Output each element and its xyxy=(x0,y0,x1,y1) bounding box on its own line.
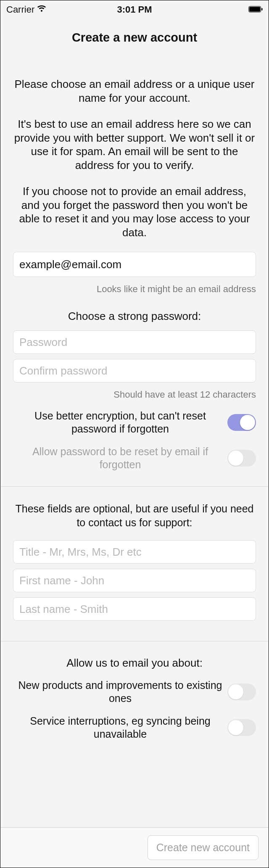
toggle-knob xyxy=(228,684,243,699)
toggle-knob xyxy=(240,415,255,430)
allow-reset-row: Allow password to be reset by email if f… xyxy=(13,445,256,472)
wifi-icon xyxy=(37,4,46,15)
battery-icon xyxy=(248,4,263,15)
title-input[interactable] xyxy=(13,540,256,564)
svg-rect-2 xyxy=(261,8,262,11)
new-products-label: New products and improvements to existin… xyxy=(13,679,227,705)
service-toggle[interactable] xyxy=(227,719,256,736)
email-input[interactable] xyxy=(13,252,256,277)
status-bar: Carrier 3:01 PM xyxy=(0,0,269,19)
svg-rect-1 xyxy=(249,7,260,11)
email-prefs-heading: Allow us to email you about: xyxy=(13,657,256,670)
password-heading: Choose a strong password: xyxy=(13,310,256,323)
new-products-row: New products and improvements to existin… xyxy=(13,679,256,705)
service-row: Service interruptions, eg syncing being … xyxy=(13,715,256,741)
last-name-input[interactable] xyxy=(13,597,256,621)
section-separator xyxy=(0,486,269,487)
optional-intro: These fields are optional, but are usefu… xyxy=(13,502,256,529)
password-hint: Should have at least 12 characters xyxy=(13,389,256,400)
intro-p3: If you choose not to provide an email ad… xyxy=(13,185,256,239)
intro-section: Please choose an email address or a uniq… xyxy=(13,77,256,239)
toggle-knob xyxy=(228,451,243,466)
better-encryption-label: Use better encryption, but can't reset p… xyxy=(13,409,227,436)
confirm-password-input[interactable] xyxy=(13,359,256,383)
allow-reset-toggle[interactable] xyxy=(227,450,256,467)
allow-reset-label: Allow password to be reset by email if f… xyxy=(13,445,227,472)
status-left: Carrier xyxy=(6,4,46,15)
email-hint: Looks like it might be an email address xyxy=(13,284,256,295)
new-products-toggle[interactable] xyxy=(227,683,256,700)
better-encryption-row: Use better encryption, but can't reset p… xyxy=(13,409,256,436)
page-title: Create a new account xyxy=(13,31,256,45)
bottom-bar: Create new account xyxy=(0,827,269,868)
intro-p1: Please choose an email address or a uniq… xyxy=(13,77,256,105)
service-label: Service interruptions, eg syncing being … xyxy=(13,715,227,741)
intro-p2: It's best to use an email address here s… xyxy=(13,117,256,172)
better-encryption-toggle[interactable] xyxy=(227,414,256,431)
password-input[interactable] xyxy=(13,330,256,354)
toggle-knob xyxy=(228,720,243,735)
section-separator xyxy=(0,641,269,641)
create-account-button[interactable]: Create new account xyxy=(148,835,258,860)
first-name-input[interactable] xyxy=(13,569,256,592)
carrier-label: Carrier xyxy=(6,4,34,15)
